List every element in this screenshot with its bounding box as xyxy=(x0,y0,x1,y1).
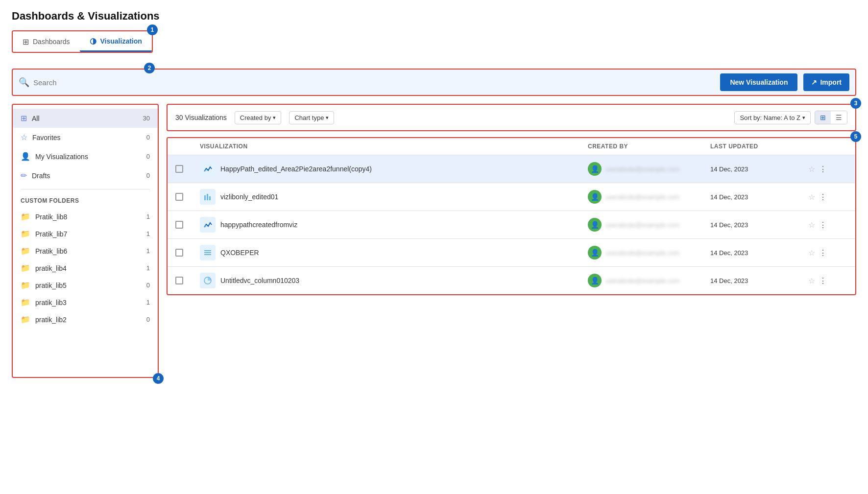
row3-date: 14 Dec, 2023 xyxy=(710,221,808,229)
sidebar-divider xyxy=(21,189,150,189)
created-by-label: Created by xyxy=(240,114,271,121)
all-icon: ⊞ xyxy=(21,114,27,123)
col-actions-header xyxy=(808,143,847,150)
tab-dashboards[interactable]: ⊞ Dashboards xyxy=(13,31,80,52)
folder-count-lib3: 1 xyxy=(146,299,150,306)
search-input[interactable] xyxy=(33,78,714,87)
sidebar-item-my-viz[interactable]: 👤 My Visualizations 0 xyxy=(13,147,158,166)
chart-type-filter[interactable]: Chart type ▾ xyxy=(289,111,334,124)
row2-avatar: 👤 xyxy=(588,190,602,204)
row4-viz-icon xyxy=(200,245,216,260)
col-creator-header: CREATED BY xyxy=(588,143,710,150)
sidebar-count-favorites: 0 xyxy=(146,134,150,141)
view-toggle: ⊞ ☰ xyxy=(815,111,847,124)
chart-type-label: Chart type xyxy=(294,114,324,121)
folder-lib8[interactable]: 📁 Pratik_lib8 1 xyxy=(13,208,158,225)
folder-count-lib6: 1 xyxy=(146,247,150,255)
sidebar-item-favorites[interactable]: ☆ Favorites 0 xyxy=(13,128,158,147)
sidebar-item-drafts[interactable]: ✏ Drafts 0 xyxy=(13,166,158,185)
grid-view-button[interactable]: ⊞ xyxy=(815,111,831,124)
folder-label-lib4: pratik_lib4 xyxy=(35,264,142,272)
sidebar-label-my-viz: My Visualizations xyxy=(35,153,142,161)
sort-button[interactable]: Sort by: Name: A to Z ▾ xyxy=(734,111,811,124)
row1-checkbox[interactable] xyxy=(175,165,183,173)
badge-3: 3 xyxy=(850,98,861,109)
row2-more-icon[interactable]: ⋮ xyxy=(819,192,827,202)
table-row: QXOBEPER 👤 userabcde@example.com 14 Dec,… xyxy=(168,239,855,267)
row2-actions: ☆ ⋮ xyxy=(808,192,847,202)
row1-more-icon[interactable]: ⋮ xyxy=(819,165,827,174)
favorites-icon: ☆ xyxy=(21,133,27,142)
row4-more-icon[interactable]: ⋮ xyxy=(819,248,827,258)
row3-checkbox-cell xyxy=(175,221,200,229)
import-label: Import xyxy=(820,78,842,86)
row2-creator-cell: 👤 userabcde@example.com xyxy=(588,190,710,204)
created-by-filter[interactable]: Created by ▾ xyxy=(235,111,282,124)
row1-favorite-icon[interactable]: ☆ xyxy=(808,165,815,174)
tab-visualization-label: Visualization xyxy=(100,37,142,45)
row3-more-icon[interactable]: ⋮ xyxy=(819,220,827,230)
row3-avatar: 👤 xyxy=(588,218,602,232)
folder-lib2[interactable]: 📁 pratik_lib2 0 xyxy=(13,311,158,328)
sidebar-count-all: 30 xyxy=(143,115,150,122)
row4-checkbox-cell xyxy=(175,249,200,257)
row5-viz-icon xyxy=(200,273,216,288)
folder-lib7[interactable]: 📁 Pratik_lib7 1 xyxy=(13,225,158,242)
row5-checkbox[interactable] xyxy=(175,277,183,284)
created-by-chevron: ▾ xyxy=(273,115,276,121)
sidebar: ⊞ All 30 ☆ Favorites 0 👤 My Visualizatio… xyxy=(12,104,159,378)
row2-viz-icon xyxy=(200,189,216,205)
search-icon: 🔍 xyxy=(19,77,29,88)
folder-label-lib2: pratik_lib2 xyxy=(35,316,142,324)
row3-viz-name[interactable]: happypathcreatedfromviz xyxy=(220,221,297,229)
folder-icon-lib5: 📁 xyxy=(21,281,30,290)
row1-checkbox-cell xyxy=(175,165,200,173)
svg-rect-1 xyxy=(204,195,206,200)
folder-lib4[interactable]: 📁 pratik_lib4 1 xyxy=(13,259,158,277)
row2-viz-name[interactable]: vizlibonly_edited01 xyxy=(220,193,278,201)
row5-name-cell: Untitledvc_column010203 xyxy=(200,273,588,288)
row3-viz-icon xyxy=(200,217,216,233)
row5-date: 14 Dec, 2023 xyxy=(710,277,808,284)
sidebar-item-all[interactable]: ⊞ All 30 xyxy=(13,109,158,128)
new-visualization-button[interactable]: New Visualization xyxy=(720,73,797,91)
folder-count-lib4: 1 xyxy=(146,264,150,272)
row1-viz-name[interactable]: HappyPath_edited_Area2Pie2area2funnel(co… xyxy=(220,165,372,173)
row5-more-icon[interactable]: ⋮ xyxy=(819,276,827,285)
my-viz-icon: 👤 xyxy=(21,152,30,161)
row4-creator-cell: 👤 userabcde@example.com xyxy=(588,246,710,259)
row3-checkbox[interactable] xyxy=(175,221,183,229)
row2-favorite-icon[interactable]: ☆ xyxy=(808,192,815,202)
badge-2: 2 xyxy=(144,63,155,73)
col-viz-header: VISUALIZATION xyxy=(200,143,588,150)
import-button[interactable]: ↗ Import xyxy=(803,73,849,91)
badge-1: 1 xyxy=(147,24,158,35)
sort-label: Sort by: Name: A to Z xyxy=(740,114,800,121)
row4-avatar: 👤 xyxy=(588,246,602,259)
folder-lib5[interactable]: 📁 pratik_lib5 0 xyxy=(13,277,158,294)
row4-favorite-icon[interactable]: ☆ xyxy=(808,248,815,258)
row3-favorite-icon[interactable]: ☆ xyxy=(808,220,815,230)
folder-lib6[interactable]: 📁 Pratik_lib6 1 xyxy=(13,242,158,259)
sort-section: Sort by: Name: A to Z ▾ ⊞ ☰ xyxy=(734,111,847,124)
filter-bar: 30 Visualizations Created by ▾ Chart typ… xyxy=(167,104,856,131)
search-section: 🔍 New Visualization ↗ Import xyxy=(12,69,856,96)
row4-viz-name[interactable]: QXOBEPER xyxy=(220,249,259,257)
row5-creator-cell: 👤 userabcde@example.com xyxy=(588,274,710,287)
viz-count: 30 Visualizations xyxy=(175,114,227,121)
svg-rect-2 xyxy=(207,194,208,200)
row5-favorite-icon[interactable]: ☆ xyxy=(808,276,815,285)
list-view-button[interactable]: ☰ xyxy=(831,111,847,124)
folder-label-lib3: pratik_lib3 xyxy=(35,299,142,306)
sidebar-label-all: All xyxy=(32,115,138,122)
row4-checkbox[interactable] xyxy=(175,249,183,257)
svg-marker-4 xyxy=(204,225,206,227)
row5-avatar: 👤 xyxy=(588,274,602,287)
row2-checkbox[interactable] xyxy=(175,193,183,201)
row5-viz-name[interactable]: Untitledvc_column010203 xyxy=(220,277,299,284)
row5-actions: ☆ ⋮ xyxy=(808,276,847,285)
tabs-container: ⊞ Dashboards ◑ Visualization xyxy=(12,30,153,53)
tab-visualization[interactable]: ◑ Visualization xyxy=(80,31,152,52)
badge-4: 4 xyxy=(153,373,164,384)
folder-lib3[interactable]: 📁 pratik_lib3 1 xyxy=(13,294,158,311)
